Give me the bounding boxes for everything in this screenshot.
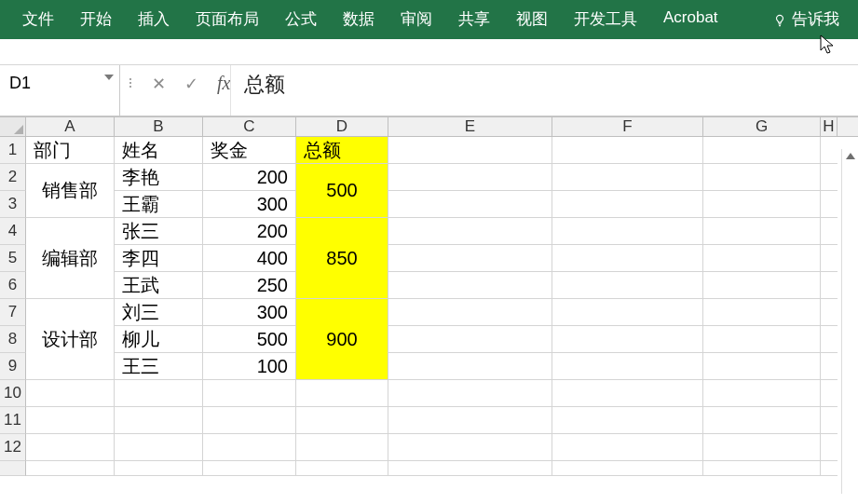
row-header-8[interactable]: 8 (0, 326, 26, 353)
cell-B8[interactable]: 柳儿 (115, 326, 203, 353)
cell-D1[interactable]: 总额 (296, 137, 388, 164)
col-header-E[interactable]: E (388, 117, 552, 136)
cell-A2-3-merged[interactable]: 销售部 (26, 164, 115, 218)
cell-E8[interactable] (388, 326, 552, 353)
cell-C1[interactable]: 奖金 (203, 137, 296, 164)
cell-E13[interactable] (388, 461, 552, 476)
cell-H7[interactable] (821, 299, 838, 326)
cell-C11[interactable] (203, 407, 296, 434)
cell-H5[interactable] (821, 245, 838, 272)
cell-B6[interactable]: 王武 (115, 272, 203, 299)
col-header-G[interactable]: G (703, 117, 821, 136)
row-header-11[interactable]: 11 (0, 407, 26, 434)
name-box[interactable]: D1 (0, 69, 99, 97)
cell-F1[interactable] (552, 137, 703, 164)
cell-G12[interactable] (703, 434, 821, 461)
cell-B4[interactable]: 张三 (115, 218, 203, 245)
row-header-10[interactable]: 10 (0, 380, 26, 407)
cell-D12[interactable] (296, 434, 388, 461)
cell-B13[interactable] (115, 461, 203, 476)
cell-E3[interactable] (388, 191, 552, 218)
cell-F11[interactable] (552, 407, 703, 434)
cell-F7[interactable] (552, 299, 703, 326)
cell-F6[interactable] (552, 272, 703, 299)
cell-C12[interactable] (203, 434, 296, 461)
cell-G5[interactable] (703, 245, 821, 272)
cell-F8[interactable] (552, 326, 703, 353)
cell-B10[interactable] (115, 380, 203, 407)
row-header-12[interactable]: 12 (0, 434, 26, 461)
cell-H13[interactable] (821, 461, 838, 476)
vertical-scrollbar[interactable] (841, 149, 858, 494)
formula-input[interactable]: 总额 (230, 65, 858, 116)
col-header-C[interactable]: C (203, 117, 296, 136)
cell-E6[interactable] (388, 272, 552, 299)
row-header-4[interactable]: 4 (0, 218, 26, 245)
cell-D2-3-merged[interactable]: 500 (296, 164, 388, 218)
cell-G13[interactable] (703, 461, 821, 476)
cell-D4-6-merged[interactable]: 850 (296, 218, 388, 299)
cancel-icon[interactable]: ✕ (152, 74, 166, 94)
cell-D11[interactable] (296, 407, 388, 434)
name-box-dropdown-icon[interactable] (99, 69, 119, 80)
cell-A10[interactable] (26, 380, 115, 407)
cell-F9[interactable] (552, 353, 703, 380)
cell-C6[interactable]: 250 (203, 272, 296, 299)
cell-F13[interactable] (552, 461, 703, 476)
cell-G9[interactable] (703, 353, 821, 380)
tab-dev-tools[interactable]: 开发工具 (561, 0, 650, 38)
col-header-B[interactable]: B (115, 117, 203, 136)
row-header-6[interactable]: 6 (0, 272, 26, 299)
cell-D7-9-merged[interactable]: 900 (296, 299, 388, 380)
cell-C4[interactable]: 200 (203, 218, 296, 245)
cell-A1[interactable]: 部门 (26, 137, 115, 164)
cell-C13[interactable] (203, 461, 296, 476)
row-header-5[interactable]: 5 (0, 245, 26, 272)
cell-G10[interactable] (703, 380, 821, 407)
cell-C10[interactable] (203, 380, 296, 407)
cell-H10[interactable] (821, 380, 838, 407)
cell-H6[interactable] (821, 272, 838, 299)
cell-E2[interactable] (388, 164, 552, 191)
cell-H9[interactable] (821, 353, 838, 380)
cell-H1[interactable] (821, 137, 838, 164)
cell-E11[interactable] (388, 407, 552, 434)
cell-B7[interactable]: 刘三 (115, 299, 203, 326)
cell-E12[interactable] (388, 434, 552, 461)
cell-D13[interactable] (296, 461, 388, 476)
cell-E1[interactable] (388, 137, 552, 164)
cell-H4[interactable] (821, 218, 838, 245)
tab-acrobat[interactable]: Acrobat (650, 0, 731, 35)
cell-E10[interactable] (388, 380, 552, 407)
tab-file[interactable]: 文件 (9, 0, 67, 38)
col-header-H[interactable]: H (821, 117, 838, 136)
row-header-3[interactable]: 3 (0, 191, 26, 218)
tab-formulas[interactable]: 公式 (272, 0, 330, 38)
cell-D10[interactable] (296, 380, 388, 407)
cell-F3[interactable] (552, 191, 703, 218)
cell-B1[interactable]: 姓名 (115, 137, 203, 164)
tab-page-layout[interactable]: 页面布局 (183, 0, 272, 38)
cell-C3[interactable]: 300 (203, 191, 296, 218)
row-header-7[interactable]: 7 (0, 299, 26, 326)
cell-A11[interactable] (26, 407, 115, 434)
cell-F5[interactable] (552, 245, 703, 272)
row-header-9[interactable]: 9 (0, 353, 26, 380)
cell-G11[interactable] (703, 407, 821, 434)
tab-insert[interactable]: 插入 (125, 0, 183, 38)
cell-A12[interactable] (26, 434, 115, 461)
cell-B9[interactable]: 王三 (115, 353, 203, 380)
fx-icon[interactable]: fx (217, 73, 230, 94)
tell-me-search[interactable]: 告诉我 (764, 0, 849, 38)
cell-A13[interactable] (26, 461, 115, 476)
tab-home[interactable]: 开始 (67, 0, 125, 38)
cell-G7[interactable] (703, 299, 821, 326)
cell-C5[interactable]: 400 (203, 245, 296, 272)
cell-G3[interactable] (703, 191, 821, 218)
row-header-2[interactable]: 2 (0, 164, 26, 191)
tab-share[interactable]: 共享 (445, 0, 503, 38)
row-header-1[interactable]: 1 (0, 137, 26, 164)
tab-view[interactable]: 视图 (503, 0, 561, 38)
cell-C8[interactable]: 500 (203, 326, 296, 353)
cell-G4[interactable] (703, 218, 821, 245)
